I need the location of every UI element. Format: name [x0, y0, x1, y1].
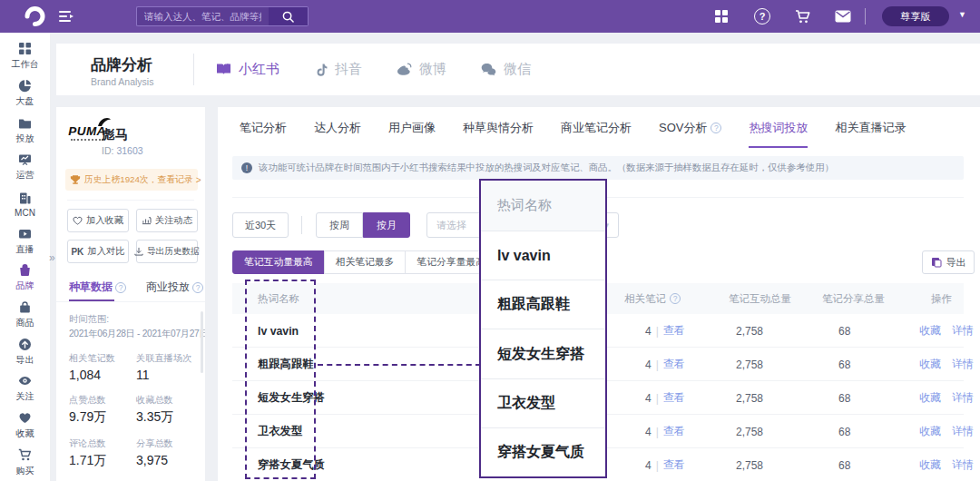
platform-tab-wechat[interactable]: 微信 [481, 61, 531, 78]
sort-by-interactions[interactable]: 笔记互动量最高 [232, 250, 325, 274]
detail-link[interactable]: 详情 [952, 323, 974, 339]
sort-tabs: 笔记互动量最高 相关笔记最多 笔记分享量最高 [232, 250, 497, 274]
tab-related-live-records[interactable]: 相关直播记录 [835, 120, 906, 136]
search-input[interactable] [136, 6, 269, 26]
stat-related-notes: 相关笔记数1,084 [69, 352, 136, 382]
favorite-link[interactable]: 收藏 [919, 323, 941, 339]
overlay-header: 热词名称 [481, 181, 605, 231]
tab-hot-search-words[interactable]: 热搜词投放 [749, 120, 808, 136]
history-rank-banner[interactable]: 历史上榜1924次，查看记录 > [65, 169, 198, 191]
cart-icon[interactable] [795, 8, 811, 25]
sidebar-item-workbench[interactable]: 工作台 [0, 38, 50, 75]
platform-label: 小红书 [239, 61, 279, 78]
brand-bag-icon [18, 263, 32, 277]
favorite-link[interactable]: 收藏 [919, 390, 941, 406]
detail-link[interactable]: 详情 [952, 424, 974, 439]
tab-label: 种草数据 [69, 280, 113, 295]
detail-link[interactable]: 详情 [952, 457, 974, 473]
tab-label: 商业投放 [146, 280, 190, 295]
analysis-tabs: 笔记分析 达人分析 用户画像 种草舆情分析 商业笔记分析 SOV分析? 热搜词投… [240, 120, 906, 136]
tab-seeding-sentiment[interactable]: 种草舆情分析 [463, 120, 534, 136]
sidebar-item-live[interactable]: 直播 [0, 222, 50, 260]
platform-tabs: 小红书 抖音 微博 微信 [216, 44, 531, 95]
folder-icon [18, 116, 32, 130]
feature-notice-bar: ! 该功能可统计品牌在时间范围内于小红书搜索结果中投放的热搜词及对应笔记、商品。… [232, 156, 964, 180]
tab-influencer-analysis[interactable]: 达人分析 [314, 120, 361, 136]
help-icon[interactable]: ? [754, 8, 770, 25]
sidebar-label: 工作台 [12, 58, 39, 71]
account-caret-icon[interactable]: ▼ [958, 10, 966, 19]
sidebar-label: 运营 [16, 169, 34, 182]
by-week-toggle[interactable]: 按周 [316, 212, 363, 238]
filter-divider [301, 216, 302, 234]
button-label: 加入对比 [87, 245, 124, 258]
follow-updates-button[interactable]: 关注动态 [136, 209, 198, 232]
brand-logo-icon[interactable] [24, 5, 45, 27]
view-link[interactable]: 查看 [663, 357, 685, 372]
tab-seeding-data[interactable]: 种草数据 ? [69, 280, 126, 295]
actions-cell: 收藏详情 [919, 415, 974, 448]
sidebar-item-goods[interactable]: 商品 [0, 297, 50, 334]
col-notes: 相关笔记? [624, 283, 681, 314]
interactions-cell: 2,758 [736, 314, 763, 348]
notice-text: 该功能可统计品牌在时间范围内于小红书搜索结果中投放的热搜词及对应笔记、商品。（数… [259, 162, 834, 174]
info-icon: ? [115, 282, 126, 293]
sidebar-item-dashboard[interactable]: 大盘 [0, 75, 50, 113]
platform-tab-douyin[interactable]: 抖音 [314, 61, 362, 78]
search-button[interactable] [269, 6, 309, 26]
menu-collapse-icon[interactable] [58, 9, 74, 24]
favorite-link[interactable]: 收藏 [919, 357, 941, 372]
platform-tab-xiaohongshu[interactable]: 小红书 [216, 61, 279, 78]
range-30d-button[interactable]: 近30天 [232, 212, 289, 238]
time-range-value: 2021年06月28日 - 2021年07月27日 [69, 328, 205, 340]
tab-sov-analysis[interactable]: SOV分析? [659, 120, 721, 136]
sidebar-item-brand[interactable]: 品牌 [0, 260, 50, 297]
keyword-cell: 穿搭女夏气质 [258, 448, 325, 481]
keyword-zoom-overlay: 热词名称 lv vavin 粗跟高跟鞋 短发女生穿搭 卫衣发型 穿搭女夏气质 [479, 179, 607, 478]
sidebar-item-operation[interactable]: 运营 [0, 149, 50, 186]
weibo-icon [397, 63, 412, 76]
by-month-toggle[interactable]: 按月 [363, 212, 410, 238]
sidebar-item-follow[interactable]: 关注 [0, 370, 50, 407]
interactions-cell: 2,758 [736, 348, 763, 381]
presentation-icon [18, 152, 32, 166]
view-link[interactable]: 查看 [663, 457, 685, 473]
panel-scrollbar[interactable] [201, 311, 203, 373]
view-link[interactable]: 查看 [663, 424, 685, 439]
mail-icon[interactable] [835, 8, 851, 25]
sidebar-item-purchase[interactable]: 购买 [0, 444, 50, 481]
sort-by-notes[interactable]: 相关笔记最多 [324, 250, 407, 274]
platform-tab-weibo[interactable]: 微博 [397, 61, 446, 78]
view-link[interactable]: 查看 [663, 323, 685, 339]
favorite-link[interactable]: 收藏 [919, 457, 941, 473]
eye-icon [18, 374, 32, 388]
tab-commercial-launch[interactable]: 商业投放 ? [146, 280, 203, 295]
notice-info-icon: ! [241, 162, 252, 173]
panel-expand-icon[interactable]: » [49, 251, 55, 264]
view-link[interactable]: 查看 [663, 390, 685, 406]
search-icon [282, 11, 294, 23]
add-compare-button[interactable]: PK 加入对比 [67, 240, 129, 263]
plan-badge[interactable]: 尊享版 [882, 6, 949, 26]
favorite-link[interactable]: 收藏 [919, 424, 941, 439]
add-favorite-button[interactable]: 加入收藏 [67, 209, 129, 232]
sidebar-item-favorites[interactable]: 收藏 [0, 407, 50, 445]
info-icon: ? [670, 293, 681, 304]
apps-grid-icon[interactable] [713, 8, 730, 25]
tab-user-profile[interactable]: 用户画像 [388, 120, 436, 136]
platform-label: 微博 [419, 61, 446, 78]
detail-link[interactable]: 详情 [952, 390, 974, 406]
sidebar-item-mcn[interactable]: MCN [0, 186, 50, 223]
tab-commercial-notes[interactable]: 商业笔记分析 [561, 120, 632, 136]
tab-note-analysis[interactable]: 笔记分析 [240, 120, 287, 136]
export-button[interactable]: 导出 [922, 250, 975, 274]
sidebar-item-export[interactable]: 导出 [0, 333, 50, 370]
detail-link[interactable]: 详情 [952, 357, 974, 372]
brand-stats-tabs: 种草数据 ? 商业投放 ? [69, 280, 203, 295]
brand-id-value: 31603 [116, 145, 142, 156]
notes-cell: 4|查看 [645, 314, 685, 348]
sidebar-item-campaign[interactable]: 投放 [0, 112, 50, 149]
stat-comments: 评论总数1.71万 [69, 437, 136, 469]
brand-id: ID:31603 [102, 145, 143, 156]
export-history-button[interactable]: 导出历史数据 [136, 240, 198, 263]
